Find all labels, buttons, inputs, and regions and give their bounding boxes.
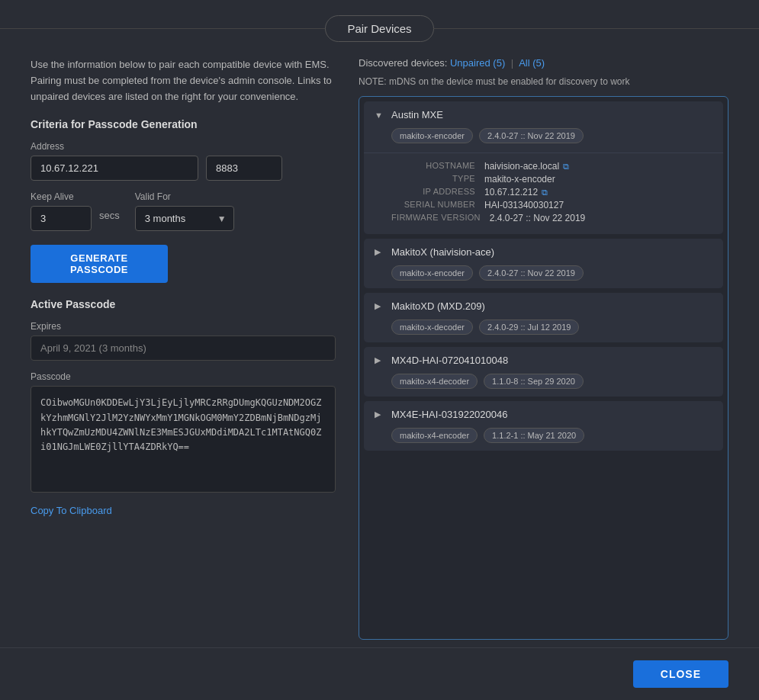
active-passcode-title: Active Passcode — [31, 298, 336, 310]
criteria-title: Criteria for Passcode Generation — [31, 118, 336, 130]
device-badges: makito-x-decoder2.4.0-29 :: Jul 12 2019 — [364, 319, 723, 342]
detail-row: HOSTNAMEhaivision-ace.local⧉ — [391, 161, 712, 172]
external-link-icon[interactable]: ⧉ — [542, 188, 548, 197]
detail-value: HAI-031340030127 — [484, 200, 564, 210]
device-name: MX4D-HAI-072041010048 — [391, 355, 508, 366]
keep-alive-row: Keep Alive secs Valid For 3 months 1 mon… — [31, 191, 336, 231]
device-card: ▶MakitoX (haivision-ace)makito-x-encoder… — [364, 239, 723, 288]
device-name: Austin MXE — [391, 109, 443, 120]
device-badges: makito-x-encoder2.4.0-27 :: Nov 22 2019 — [364, 128, 723, 151]
chevron-down-icon: ▼ — [375, 111, 385, 120]
device-card: ▶MX4D-HAI-072041010048makito-x4-decoder1… — [364, 347, 723, 397]
header-line-left — [0, 28, 326, 29]
modal-title: Pair Devices — [325, 15, 433, 42]
device-card: ▶MakitoXD (MXD.209)makito-x-decoder2.4.0… — [364, 293, 723, 342]
expires-group: Expires — [31, 321, 336, 361]
passcode-textarea: COibwoMGUn0KDDEwLjY3LjEyLjlyMRCzRRgDUmgK… — [31, 386, 336, 493]
keep-alive-input[interactable] — [31, 206, 92, 231]
device-header[interactable]: ▶MX4D-HAI-072041010048 — [364, 347, 723, 374]
chevron-right-icon: ▶ — [375, 247, 385, 257]
device-badges: makito-x4-decoder1.1.0-8 :: Sep 29 2020 — [364, 374, 723, 397]
device-header[interactable]: ▶MakitoXD (MXD.209) — [364, 293, 723, 319]
criteria-section: Criteria for Passcode Generation — [31, 115, 336, 130]
generate-passcode-button[interactable]: GENERATE PASSCODE — [31, 245, 168, 283]
copy-to-clipboard-link[interactable]: Copy To Clipboard — [31, 505, 336, 516]
devices-list: ▼Austin MXEmakito-x-encoder2.4.0-27 :: N… — [359, 96, 728, 640]
device-badges: makito-x-encoder2.4.0-27 :: Nov 22 2019 — [364, 265, 723, 288]
device-badges: makito-x4-encoder1.1.2-1 :: May 21 2020 — [364, 428, 723, 451]
device-name: MakitoX (haivision-ace) — [391, 246, 494, 258]
device-badge: 2.4.0-27 :: Nov 22 2019 — [479, 265, 584, 281]
unpaired-link[interactable]: Unpaired (5) — [450, 57, 505, 69]
device-badge: makito-x4-encoder — [391, 428, 478, 443]
valid-for-label: Valid For — [135, 191, 234, 202]
device-name: MakitoXD (MXD.209) — [391, 300, 485, 312]
detail-key: HOSTNAME — [391, 161, 475, 172]
valid-for-group: Valid For 3 months 1 month 6 months 1 ye… — [135, 191, 234, 231]
modal-footer: CLOSE — [0, 647, 759, 700]
left-panel: Use the information below to pair each c… — [31, 57, 336, 640]
detail-value: 2.4.0-27 :: Nov 22 2019 — [490, 213, 585, 223]
detail-value[interactable]: haivision-ace.local⧉ — [484, 161, 569, 172]
info-text: Use the information below to pair each c… — [31, 57, 336, 104]
address-label: Address — [31, 141, 336, 152]
note-text: NOTE: mDNS on the device must be enabled… — [359, 76, 728, 87]
address-row — [31, 156, 336, 181]
detail-key: IP ADDRESS — [391, 187, 475, 197]
detail-value: makito-x-encoder — [484, 174, 555, 185]
address-input[interactable] — [31, 156, 198, 181]
detail-key: SERIAL NUMBER — [391, 200, 475, 210]
device-badge: makito-x-encoder — [391, 265, 473, 281]
device-card: ▶MX4E-HAI-031922020046makito-x4-encoder1… — [364, 401, 723, 451]
keep-alive-label: Keep Alive — [31, 191, 120, 202]
passcode-label: Passcode — [31, 371, 336, 382]
discovered-header: Discovered devices: Unpaired (5) | All (… — [359, 57, 728, 69]
chevron-right-icon: ▶ — [375, 301, 385, 311]
expires-input — [31, 336, 336, 361]
header-line-right — [433, 28, 759, 29]
device-badge: makito-x4-decoder — [391, 374, 478, 389]
separator: | — [511, 57, 513, 69]
device-badge: makito-x-decoder — [391, 319, 473, 335]
device-badge: 2.4.0-27 :: Nov 22 2019 — [479, 128, 584, 143]
device-header[interactable]: ▶MX4E-HAI-031922020046 — [364, 401, 723, 428]
all-link[interactable]: All (5) — [519, 57, 545, 69]
external-link-icon[interactable]: ⧉ — [563, 162, 569, 172]
right-panel: Discovered devices: Unpaired (5) | All (… — [359, 57, 728, 640]
device-badge: 1.1.2-1 :: May 21 2020 — [484, 428, 584, 443]
detail-row: SERIAL NUMBERHAI-031340030127 — [391, 200, 712, 210]
device-detail: HOSTNAMEhaivision-ace.local⧉TYPEmakito-x… — [364, 153, 723, 234]
device-badge: 2.4.0-29 :: Jul 12 2019 — [479, 319, 579, 335]
passcode-group: Passcode COibwoMGUn0KDDEwLjY3LjEyLjlyMRC… — [31, 371, 336, 493]
modal-body: Use the information below to pair each c… — [0, 50, 759, 647]
device-card: ▼Austin MXEmakito-x-encoder2.4.0-27 :: N… — [364, 101, 723, 234]
detail-key: TYPE — [391, 174, 475, 185]
detail-value[interactable]: 10.67.12.212⧉ — [484, 187, 548, 197]
port-input[interactable] — [206, 156, 282, 181]
valid-for-select-wrapper: 3 months 1 month 6 months 1 year ▼ — [135, 206, 234, 231]
keep-alive-group: Keep Alive secs — [31, 191, 120, 231]
chevron-right-icon: ▶ — [375, 409, 385, 419]
active-passcode-section: Active Passcode — [31, 294, 336, 310]
chevron-right-icon: ▶ — [375, 355, 385, 365]
device-header[interactable]: ▶MakitoX (haivision-ace) — [364, 239, 723, 265]
valid-for-select[interactable]: 3 months 1 month 6 months 1 year — [135, 206, 234, 231]
detail-key: FIRMWARE VERSION — [391, 213, 481, 223]
detail-row: IP ADDRESS10.67.12.212⧉ — [391, 187, 712, 197]
keep-alive-input-group: secs — [31, 206, 120, 231]
modal-header: Pair Devices — [0, 0, 759, 50]
discovered-label: Discovered devices: — [359, 57, 447, 69]
detail-row: FIRMWARE VERSION2.4.0-27 :: Nov 22 2019 — [391, 213, 712, 223]
address-group: Address — [31, 141, 336, 181]
device-name: MX4E-HAI-031922020046 — [391, 409, 508, 420]
device-header[interactable]: ▼Austin MXE — [364, 101, 723, 128]
modal-container: Pair Devices Use the information below t… — [0, 0, 759, 700]
device-badge: makito-x-encoder — [391, 128, 473, 143]
expires-label: Expires — [31, 321, 336, 332]
close-button[interactable]: CLOSE — [633, 660, 728, 688]
detail-row: TYPEmakito-x-encoder — [391, 174, 712, 185]
device-badge: 1.1.0-8 :: Sep 29 2020 — [484, 374, 584, 389]
secs-label: secs — [99, 210, 120, 228]
